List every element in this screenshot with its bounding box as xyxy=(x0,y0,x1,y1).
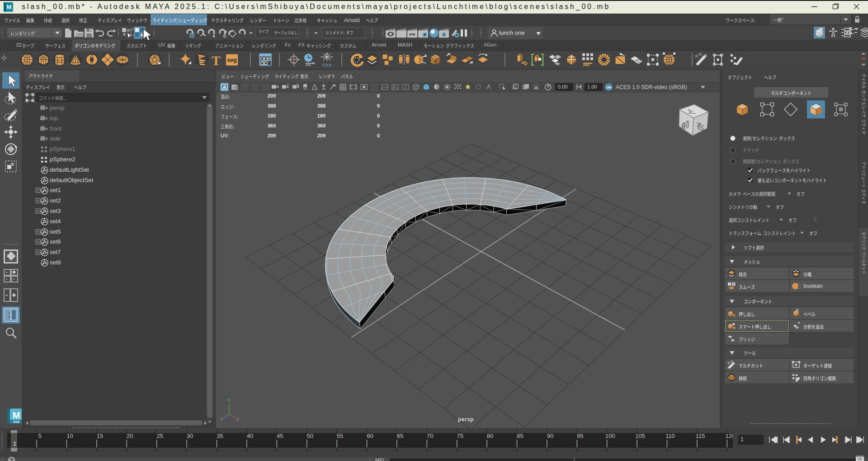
svg-text:75: 75 xyxy=(457,433,463,439)
svg-text:+: + xyxy=(5,293,8,298)
svg-text:+: + xyxy=(13,277,15,282)
svg-text:90: 90 xyxy=(547,433,553,439)
svg-text:x: x xyxy=(236,417,239,422)
svg-text:T: T xyxy=(212,53,221,68)
svg-text:30: 30 xyxy=(187,433,193,439)
svg-text:z: z xyxy=(221,416,223,421)
svg-text:AYA: AYA xyxy=(13,420,19,423)
svg-text:20: 20 xyxy=(127,433,133,439)
svg-text:10: 10 xyxy=(66,433,73,439)
svg-text:60: 60 xyxy=(367,433,373,439)
svg-text:50: 50 xyxy=(307,433,313,439)
svg-text:115: 115 xyxy=(696,433,705,439)
svg-text:ON: ON xyxy=(606,85,611,89)
svg-text:Y: Y xyxy=(227,398,231,403)
svg-text:A: A xyxy=(223,85,226,90)
svg-text:?: ? xyxy=(10,457,13,461)
svg-text:120: 120 xyxy=(725,433,733,439)
svg-text:{A}: {A} xyxy=(858,457,862,461)
svg-text:5: 5 xyxy=(38,433,41,439)
svg-text:+: + xyxy=(5,277,8,282)
svg-text:100: 100 xyxy=(605,433,615,439)
svg-text:T: T xyxy=(404,85,407,89)
svg-text:40: 40 xyxy=(247,433,253,439)
svg-text:55: 55 xyxy=(337,433,343,439)
svg-text:IPR: IPR xyxy=(409,33,415,37)
svg-text:svg: svg xyxy=(227,57,237,63)
svg-text:45: 45 xyxy=(277,433,283,439)
svg-text:15: 15 xyxy=(97,433,103,439)
svg-text:95: 95 xyxy=(577,433,583,439)
svg-text:110: 110 xyxy=(665,433,675,439)
svg-text:80: 80 xyxy=(487,433,493,439)
svg-text:M: M xyxy=(7,4,12,10)
svg-text:0,0,0: 0,0,0 xyxy=(322,63,331,67)
svg-text:105: 105 xyxy=(635,433,645,439)
svg-text:70: 70 xyxy=(427,433,433,439)
svg-text:65: 65 xyxy=(397,433,403,439)
svg-text:85: 85 xyxy=(517,433,523,439)
svg-text:25: 25 xyxy=(156,433,163,439)
svg-text:35: 35 xyxy=(217,433,223,439)
svg-text:+: + xyxy=(5,270,8,275)
svg-text:M: M xyxy=(13,410,20,420)
